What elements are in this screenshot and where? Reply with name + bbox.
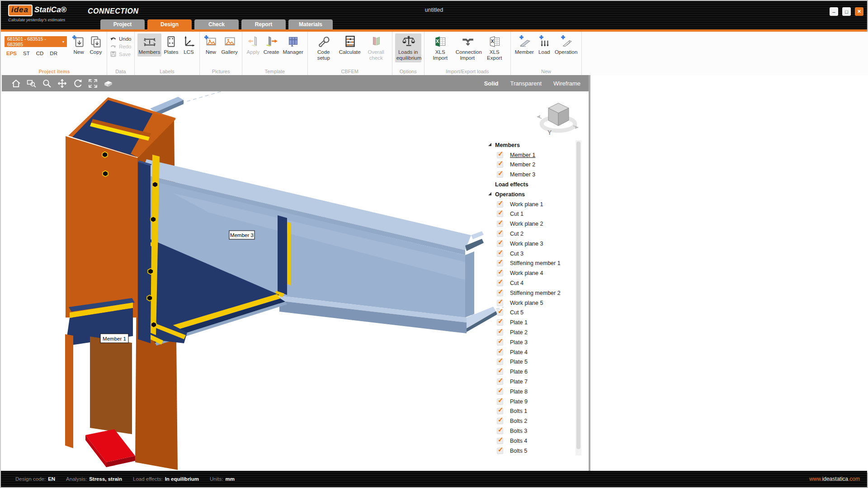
project-code-st[interactable]: ST <box>23 51 30 56</box>
fit-icon[interactable] <box>85 77 100 89</box>
checkbox[interactable]: ✓ <box>497 379 503 385</box>
tree-row-cut-4[interactable]: ✓Cut 4 <box>483 278 576 288</box>
tree-row-plate-1[interactable]: ✓Plate 1 <box>483 317 576 327</box>
tree-row-load-effects[interactable]: Load effects <box>483 180 576 190</box>
viewport-3d[interactable]: Member 3 Member 1 Y Members✓Member 1✓Mem… <box>2 91 589 473</box>
website-link[interactable]: www.ideastatica.com <box>809 476 860 482</box>
checkbox[interactable]: ✓ <box>497 428 503 434</box>
tab-materials[interactable]: Materials <box>288 19 333 29</box>
tab-design[interactable]: Design <box>147 19 192 29</box>
tree-row-member-2[interactable]: ✓Member 2 <box>483 160 576 170</box>
maximize-button[interactable]: □ <box>842 7 851 16</box>
member-button[interactable]: Member <box>514 33 535 57</box>
zoom-icon[interactable] <box>39 77 54 89</box>
manager-button[interactable]: Manager <box>281 33 304 57</box>
checkbox[interactable]: ✓ <box>497 300 503 306</box>
xls-export-button[interactable]: XXLS Export <box>481 33 508 62</box>
view-mode-solid[interactable]: Solid <box>484 80 499 87</box>
operation-button[interactable]: Operation <box>553 33 579 57</box>
tree-row-stiffening-member-2[interactable]: ✓Stiffening member 2 <box>483 288 576 298</box>
checkbox[interactable]: ✓ <box>497 349 503 355</box>
tree-row-plate-7[interactable]: ✓Plate 7 <box>483 377 576 387</box>
project-code-cd[interactable]: CD <box>36 51 44 56</box>
lcs-button[interactable]: LCS <box>180 33 197 57</box>
undo-button[interactable]: Undo <box>110 35 132 42</box>
checkbox[interactable]: ✓ <box>497 438 503 444</box>
tree-row-plate-2[interactable]: ✓Plate 2 <box>483 327 576 337</box>
tree-row-plate-9[interactable]: ✓Plate 9 <box>483 397 576 407</box>
checkbox[interactable]: ✓ <box>497 389 503 395</box>
tree-row-cut-1[interactable]: ✓Cut 1 <box>483 209 576 219</box>
checkbox[interactable]: ✓ <box>497 161 503 168</box>
tree-row-work-plane-5[interactable]: ✓Work plane 5 <box>483 298 576 308</box>
solid-box-icon[interactable] <box>100 77 116 89</box>
tree-row-bolts-2[interactable]: ✓Bolts 2 <box>483 416 576 426</box>
new-button[interactable]: New <box>71 33 87 57</box>
tree-row-bolts-3[interactable]: ✓Bolts 3 <box>483 426 576 436</box>
checkbox[interactable]: ✓ <box>497 319 503 326</box>
checkbox[interactable]: ✓ <box>497 251 503 257</box>
checkbox[interactable]: ✓ <box>497 398 503 405</box>
tree-row-member-1[interactable]: ✓Member 1 <box>483 150 576 160</box>
tree-row-stiffening-member-1[interactable]: ✓Stiffening member 1 <box>483 259 576 269</box>
xls-import-button[interactable]: XXLS Import <box>427 33 453 62</box>
tree-scrollbar-thumb[interactable] <box>576 142 580 449</box>
rotate-icon[interactable] <box>70 77 85 89</box>
checkbox[interactable]: ✓ <box>497 231 503 237</box>
tree-row-bolts-4[interactable]: ✓Bolts 4 <box>483 436 576 446</box>
tree-row-work-plane-3[interactable]: ✓Work plane 3 <box>483 239 576 249</box>
copy-button[interactable]: Copy <box>88 33 104 57</box>
tree-row-work-plane-1[interactable]: ✓Work plane 1 <box>483 199 576 209</box>
tree-row-plate-6[interactable]: ✓Plate 6 <box>483 367 576 377</box>
load-button[interactable]: Load <box>536 33 552 57</box>
checkbox[interactable]: ✓ <box>497 270 503 276</box>
create-button[interactable]: Create <box>262 33 281 57</box>
checkbox[interactable]: ✓ <box>497 152 503 158</box>
save-button[interactable]: Save <box>110 51 132 57</box>
gallery-button[interactable]: Gallery <box>220 33 239 57</box>
tree-row-plate-5[interactable]: ✓Plate 5 <box>483 357 576 367</box>
connection-import-button[interactable]: Connection Import <box>454 33 481 62</box>
pan-icon[interactable] <box>54 77 70 89</box>
checkbox[interactable]: ✓ <box>497 221 503 227</box>
overall-check-button[interactable]: Overall check <box>363 33 389 62</box>
orientation-cube[interactable]: Y <box>537 103 578 136</box>
loads-in-equilibrium-button[interactable]: Loads in equilibrium <box>395 33 421 62</box>
project-code-dr[interactable]: DR <box>50 51 57 56</box>
expander-icon[interactable] <box>488 143 491 146</box>
tree-row-work-plane-2[interactable]: ✓Work plane 2 <box>483 219 576 229</box>
tree-row-operations[interactable]: Operations <box>483 190 576 199</box>
tree-row-member-3[interactable]: ✓Member 3 <box>483 170 576 180</box>
tree-row-plate-3[interactable]: ✓Plate 3 <box>483 337 576 347</box>
checkbox[interactable]: ✓ <box>497 171 503 178</box>
checkbox[interactable]: ✓ <box>497 339 503 346</box>
project-item-selector[interactable]: 681501 - 683515 - 683985▾ <box>5 36 67 47</box>
code-setup-button[interactable]: Code setup <box>311 33 337 62</box>
checkbox[interactable]: ✓ <box>497 241 503 247</box>
tree-row-members[interactable]: Members <box>483 140 576 150</box>
home-icon[interactable] <box>8 77 24 89</box>
minimize-button[interactable]: – <box>830 7 838 16</box>
checkbox[interactable]: ✓ <box>497 201 503 208</box>
calculate-button[interactable]: Calculate <box>338 33 362 57</box>
checkbox[interactable]: ✓ <box>497 418 503 424</box>
checkbox[interactable]: ✓ <box>497 448 503 454</box>
checkbox[interactable]: ✓ <box>497 408 503 414</box>
tab-project[interactable]: Project <box>100 19 145 29</box>
tree-row-plate-4[interactable]: ✓Plate 4 <box>483 347 576 357</box>
close-button[interactable]: ✕ <box>855 7 863 16</box>
tree-row-bolts-5[interactable]: ✓Bolts 5 <box>483 446 576 455</box>
checkbox[interactable]: ✓ <box>497 211 503 217</box>
checkbox[interactable]: ✓ <box>497 329 503 336</box>
checkbox[interactable]: ✓ <box>497 290 503 296</box>
tab-check[interactable]: Check <box>194 19 239 29</box>
checkbox[interactable]: ✓ <box>497 260 503 266</box>
tree-row-plate-8[interactable]: ✓Plate 8 <box>483 387 576 397</box>
apply-button[interactable]: Apply <box>245 33 261 57</box>
tree-row-cut-2[interactable]: ✓Cut 2 <box>483 229 576 239</box>
view-mode-transparent[interactable]: Transparent <box>510 80 542 87</box>
checkbox[interactable]: ✓ <box>497 280 503 286</box>
project-code-eps[interactable]: EPS <box>6 51 17 56</box>
checkbox[interactable]: ✓ <box>497 369 503 375</box>
tree-row-bolts-1[interactable]: ✓Bolts 1 <box>483 407 576 417</box>
